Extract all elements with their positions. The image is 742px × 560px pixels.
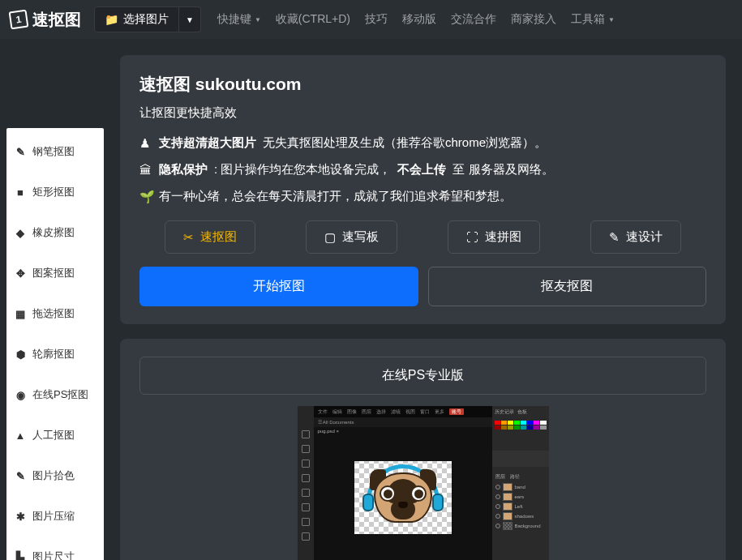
nav-links: 快捷键▼ 收藏(CTRL+D) 技巧 移动版 交流合作 商家接入 工具箱▼ — [217, 12, 615, 27]
image-icon: ⛶ — [466, 230, 478, 244]
rect-icon: ■ — [15, 186, 26, 198]
sidebar-item-pen[interactable]: ✎钢笔抠图 — [6, 131, 104, 172]
start-button[interactable]: 开始抠图 — [139, 267, 418, 306]
nav-shortcuts[interactable]: 快捷键▼ — [217, 12, 261, 27]
pug-image — [367, 466, 440, 529]
ps-preview[interactable]: 文件 编辑 图像 图层 选择 滤镜 视图 窗口 更多 账号 ☰ All Docu… — [298, 406, 549, 560]
ps-panels: 历史记录色板 图层路径 band ears Left shadows — [492, 406, 549, 560]
ps-card: 在线PS专业版 文件 编辑 图像 图层 — [120, 339, 726, 560]
sidebar: ✎钢笔抠图 ■矩形抠图 ◆橡皮擦图 ✥图案抠图 ▦拖选抠图 ⬢轮廓抠图 ◉在线P… — [6, 128, 104, 560]
sidebar-item-ps[interactable]: ◉在线PS抠图 — [6, 374, 104, 415]
ps-tool-icon — [302, 430, 310, 438]
logo[interactable]: 1 速抠图 — [10, 9, 81, 31]
person-icon: ♟ — [139, 136, 152, 151]
sidebar-item-size[interactable]: ▙图片尺寸 — [6, 536, 104, 560]
eraser-icon: ◆ — [15, 227, 26, 238]
ps-swatches — [492, 418, 549, 447]
sidebar-item-eraser[interactable]: ◆橡皮擦图 — [6, 212, 104, 253]
ps-history-title: 历史记录色板 — [492, 406, 549, 418]
tab-sketchpad[interactable]: ▢速写板 — [306, 220, 397, 254]
sidebar-item-manual[interactable]: ▲人工抠图 — [6, 415, 104, 455]
logo-icon: 1 — [9, 10, 29, 30]
select-image-group: 📁 选择图片 ▼ — [94, 6, 201, 32]
tab-design[interactable]: ✎速设计 — [590, 220, 681, 254]
sidebar-item-drag[interactable]: ▦拖选抠图 — [6, 293, 104, 334]
compress-icon: ✱ — [15, 511, 26, 522]
logo-text: 速抠图 — [32, 9, 81, 31]
ps-tool-icon — [302, 460, 310, 468]
nav-favorites[interactable]: 收藏(CTRL+D) — [276, 12, 350, 27]
sidebar-item-rect[interactable]: ■矩形抠图 — [6, 172, 104, 212]
sidebar-item-colorpick[interactable]: ✎图片拾色 — [6, 455, 104, 496]
chevron-down-icon: ▼ — [608, 16, 615, 24]
friend-button[interactable]: 抠友抠图 — [428, 267, 707, 306]
ps-toolbar — [298, 406, 314, 560]
lock-icon: 🏛 — [139, 163, 152, 177]
robot-icon: ⬢ — [15, 348, 26, 360]
camera-icon: ◉ — [15, 389, 26, 400]
ps-canvas — [354, 461, 452, 534]
feature-quote: 🌱 有一种心绪，总会在每天清晨打开，成就了我们追求希望和梦想。 — [139, 189, 706, 204]
tablet-icon: ▢ — [324, 230, 336, 245]
sidebar-item-compress[interactable]: ✱图片压缩 — [6, 496, 104, 536]
nav-tips[interactable]: 技巧 — [365, 12, 388, 27]
pen-icon: ✎ — [15, 146, 26, 157]
tool-tabs: ✂速抠图 ▢速写板 ⛶速拼图 ✎速设计 — [139, 220, 706, 254]
ps-title[interactable]: 在线PS专业版 — [139, 357, 706, 395]
select-image-button[interactable]: 📁 选择图片 — [94, 6, 179, 32]
feature-hd: ♟ 支持超清超大图片 无失真抠图处理及生成（推荐谷歌chrome浏览器）。 — [139, 135, 706, 151]
card-subtitle: 让抠图更快捷高效 — [139, 105, 706, 121]
person-icon: ▲ — [15, 430, 26, 441]
ps-canvas-area: 文件 编辑 图像 图层 选择 滤镜 视图 窗口 更多 账号 ☰ All Docu… — [314, 406, 492, 560]
ps-tool-icon — [302, 474, 310, 482]
nav-toolbox[interactable]: 工具箱▼ — [571, 12, 615, 27]
ps-tab: pug.psd × — [314, 427, 492, 437]
sidebar-item-pattern[interactable]: ✥图案抠图 — [6, 253, 104, 293]
ps-tool-icon — [302, 518, 310, 526]
ps-tool-icon — [302, 445, 310, 453]
select-image-dropdown[interactable]: ▼ — [179, 6, 201, 32]
content: 速抠图 sukoutu.com 让抠图更快捷高效 ♟ 支持超清超大图片 无失真抠… — [104, 39, 742, 560]
ps-docbar: ☰ All Documents — [314, 417, 492, 427]
seedling-icon: 🌱 — [139, 190, 152, 204]
ruler-icon: ▙ — [15, 551, 26, 560]
folder-icon: 📁 — [105, 13, 118, 26]
tab-puzzle[interactable]: ⛶速拼图 — [448, 220, 540, 254]
intro-card: 速抠图 sukoutu.com 让抠图更快捷高效 ♟ 支持超清超大图片 无失真抠… — [120, 55, 726, 324]
grid-icon: ▦ — [15, 308, 26, 319]
chevron-down-icon: ▼ — [255, 16, 261, 24]
pencil-icon: ✎ — [609, 230, 620, 245]
main: ✎钢笔抠图 ■矩形抠图 ◆橡皮擦图 ✥图案抠图 ▦拖选抠图 ⬢轮廓抠图 ◉在线P… — [0, 39, 742, 560]
ps-tool-icon — [302, 489, 310, 497]
ps-tool-icon — [302, 503, 310, 511]
action-buttons: 开始抠图 抠友抠图 — [139, 267, 706, 306]
ps-tool-icon — [302, 532, 310, 541]
sidebar-item-contour[interactable]: ⬢轮廓抠图 — [6, 334, 104, 374]
ps-menubar: 文件 编辑 图像 图层 选择 滤镜 视图 窗口 更多 账号 — [314, 406, 492, 417]
feature-privacy: 🏛 隐私保护: 图片操作均在您本地设备完成，不会上传 至 服务器及网络。 — [139, 162, 706, 177]
dropper-icon: ✎ — [15, 470, 26, 481]
nav-mobile[interactable]: 移动版 — [402, 12, 436, 27]
puzzle-icon: ✥ — [15, 267, 26, 279]
ps-layers-panel: 图层路径 band ears Left shadows Background — [492, 470, 549, 560]
tab-sukoutu[interactable]: ✂速抠图 — [165, 220, 255, 254]
nav-merchant[interactable]: 商家接入 — [511, 12, 556, 27]
crop-icon: ✂ — [183, 230, 194, 245]
nav-cooperation[interactable]: 交流合作 — [451, 12, 496, 27]
navbar: 1 速抠图 📁 选择图片 ▼ 快捷键▼ 收藏(CTRL+D) 技巧 移动版 交流… — [0, 0, 742, 39]
card-title: 速抠图 sukoutu.com — [139, 73, 706, 96]
